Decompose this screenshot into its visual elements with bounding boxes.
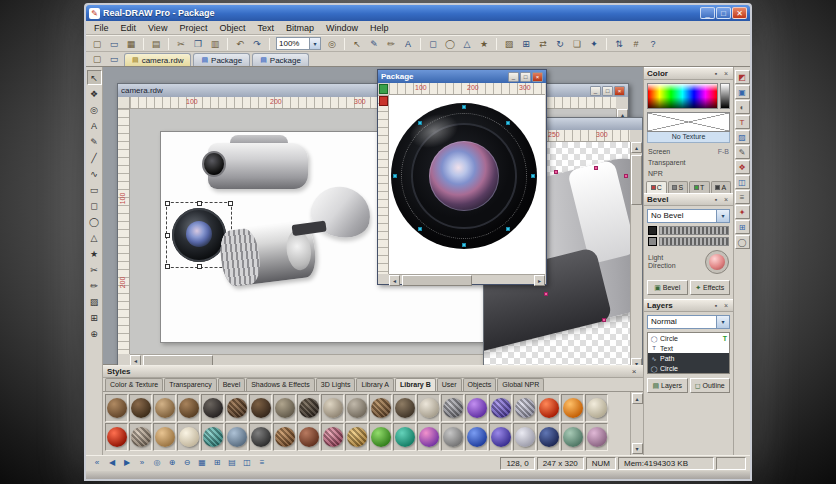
selection-handle[interactable] (165, 201, 170, 206)
scroll-up-icon[interactable]: ▴ (632, 393, 643, 404)
tool-line[interactable]: ╱ (87, 150, 102, 165)
pages-icon[interactable]: ◫ (240, 457, 254, 470)
tool-zoom[interactable]: ◎ (87, 102, 102, 117)
document-window-package-float[interactable]: Package _□× 100200300 (377, 69, 547, 285)
ellipse-icon[interactable]: ◯ (442, 37, 458, 51)
document-tab-package-1[interactable]: ▤Package (193, 53, 250, 66)
polygon-icon[interactable]: △ (459, 37, 475, 51)
snap-icon[interactable]: ⊞ (210, 457, 224, 470)
color-property-transparent[interactable]: Transparent (644, 157, 733, 168)
menu-bitmap[interactable]: Bitmap (280, 23, 320, 33)
color-mode-tab-c[interactable]: C (646, 181, 667, 193)
close-button[interactable]: ✕ (732, 7, 747, 19)
zoom-tool-icon[interactable]: ◎ (324, 37, 340, 51)
pin-icon[interactable]: ▪ (712, 70, 720, 77)
save-icon[interactable]: ▦ (123, 37, 139, 51)
styles-tab-3d-lights[interactable]: 3D Lights (316, 378, 356, 391)
style-swatch-0-9[interactable] (321, 394, 344, 422)
style-swatch-1-13[interactable] (417, 423, 440, 451)
close-panel-icon[interactable]: × (722, 302, 730, 309)
color-mode-tab-a[interactable]: A (711, 181, 732, 193)
cut-icon[interactable]: ✂ (173, 37, 189, 51)
pin-icon[interactable]: ▪ (712, 302, 720, 309)
document-tab-package-2[interactable]: ▤Package (252, 53, 309, 66)
slider-track[interactable] (659, 237, 729, 246)
edge-node-icon[interactable]: ❖ (735, 160, 750, 174)
open-icon[interactable]: ▭ (106, 37, 122, 51)
edge-color-icon[interactable]: ◩ (735, 70, 750, 84)
edge-shading-icon[interactable]: ◐ (735, 100, 750, 114)
scrollbar-thumb[interactable] (402, 275, 472, 286)
bevel-panel-header[interactable]: Bevel ▪ × (644, 193, 733, 206)
redo-icon[interactable]: ↷ (249, 37, 265, 51)
scroll-left-icon[interactable]: ◂ (389, 275, 400, 286)
selection-node[interactable] (393, 174, 397, 178)
tool-rectangle[interactable]: ▭ (87, 182, 102, 197)
doc-minimize-button[interactable]: _ (590, 86, 601, 96)
edge-grid-icon[interactable]: ⊞ (735, 220, 750, 234)
zoom-dropdown-arrow-icon[interactable]: ▾ (310, 37, 321, 50)
bevel-preset-dropdown[interactable]: No Bevel ▾ (647, 209, 730, 223)
style-swatch-1-7[interactable] (273, 423, 296, 451)
camcorder-object[interactable] (208, 137, 308, 189)
selection-node[interactable] (506, 121, 510, 125)
style-swatch-0-1[interactable] (129, 394, 152, 422)
tool-pencil[interactable]: ✏ (87, 278, 102, 293)
zoom-level-combo[interactable]: 100%▾ (276, 37, 321, 50)
mirror-icon[interactable]: ⇄ (535, 37, 551, 51)
style-swatch-1-5[interactable] (225, 423, 248, 451)
style-swatch-1-19[interactable] (561, 423, 584, 451)
lens-render-object[interactable] (391, 103, 537, 249)
layer-row-path[interactable]: ∿Path (648, 353, 729, 363)
color-mode-tab-t[interactable]: T (689, 181, 710, 193)
rectangle-icon[interactable]: ◻ (425, 37, 441, 51)
canvas[interactable] (389, 95, 545, 274)
text-icon[interactable]: A (400, 37, 416, 51)
title-bar[interactable]: ✎ Real-DRAW Pro - Package _□✕ (86, 5, 750, 21)
bevel-depth-slider[interactable] (648, 226, 729, 235)
new-icon[interactable]: ▢ (89, 37, 105, 51)
tool-rounded-rect[interactable]: ◻ (87, 198, 102, 213)
menu-file[interactable]: File (88, 23, 115, 33)
zoom-out-icon[interactable]: ⊖ (180, 457, 194, 470)
float-close-button[interactable]: × (532, 72, 543, 82)
style-swatch-1-3[interactable] (177, 423, 200, 451)
scrollbar-thumb[interactable] (143, 355, 213, 365)
style-swatch-0-4[interactable] (201, 394, 224, 422)
maximize-button[interactable]: □ (716, 7, 731, 19)
ruler-marker[interactable] (379, 96, 388, 106)
style-swatch-0-10[interactable] (345, 394, 368, 422)
zoom-in-icon[interactable]: ⊕ (165, 457, 179, 470)
group-icon[interactable]: ❏ (569, 37, 585, 51)
styles-tab-shadows-effects[interactable]: Shadows & Effects (246, 378, 315, 391)
style-swatch-0-14[interactable] (441, 394, 464, 422)
layer-row-circle[interactable]: ◯Circle (648, 363, 729, 373)
brush-icon[interactable]: ✏ (383, 37, 399, 51)
selection-handle[interactable] (197, 201, 202, 206)
color-panel-header[interactable]: Color ▪ × (644, 67, 733, 80)
selection-node[interactable] (554, 170, 558, 174)
menu-text[interactable]: Text (251, 23, 280, 33)
close-panel-icon[interactable]: × (722, 196, 730, 203)
layers-panel-header[interactable]: Layers ▪ × (644, 299, 733, 312)
scrollbar-thumb[interactable] (631, 155, 642, 205)
float-maximize-button[interactable]: □ (520, 72, 531, 82)
style-swatch-0-8[interactable] (297, 394, 320, 422)
menu-window[interactable]: Window (320, 23, 364, 33)
style-swatch-1-2[interactable] (153, 423, 176, 451)
styles-tab-color-texture[interactable]: Color & Texture (105, 378, 163, 391)
effects-icon[interactable]: ✦ (586, 37, 602, 51)
brightness-slider[interactable] (720, 83, 730, 109)
edge-edit-icon[interactable]: ✎ (735, 145, 750, 159)
dropdown-arrow-icon[interactable]: ▾ (717, 209, 730, 223)
tool-polygon[interactable]: △ (87, 230, 102, 245)
selection-handle[interactable] (197, 264, 202, 269)
align-icon[interactable]: ⇅ (611, 37, 627, 51)
tool-node-edit[interactable]: ❖ (87, 86, 102, 101)
menu-project[interactable]: Project (173, 23, 213, 33)
styles-tab-user[interactable]: User (437, 378, 462, 391)
style-swatch-0-20[interactable] (585, 394, 608, 422)
styles-tab-library-a[interactable]: Library A (356, 378, 394, 391)
pin-icon[interactable]: ▪ (712, 196, 720, 203)
styles-tab-global-npr[interactable]: Global NPR (497, 378, 544, 391)
